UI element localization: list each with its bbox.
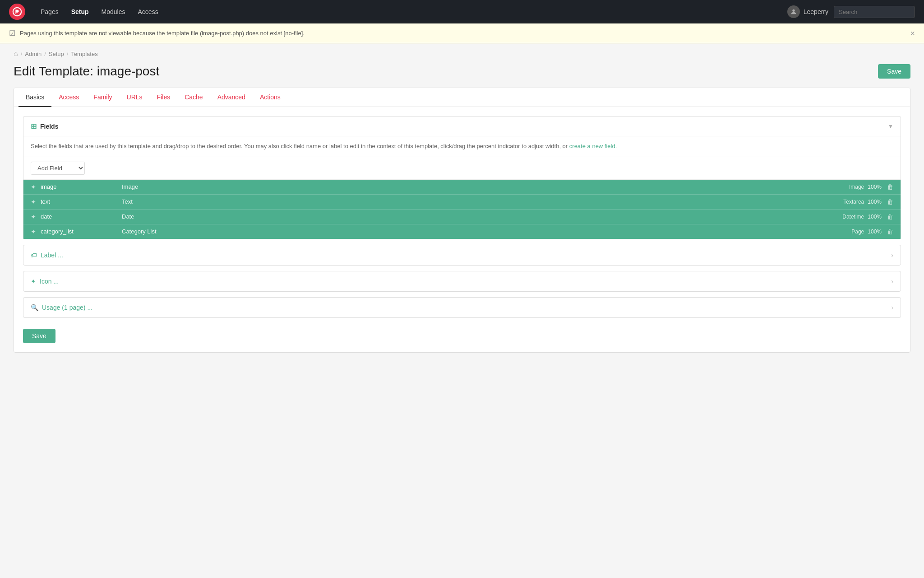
svg-point-1 [792,9,795,12]
field-delete-category-list[interactable]: 🗑 [887,228,893,235]
breadcrumb-setup[interactable]: Setup [49,51,64,57]
tabs-nav: Basics Access Family URLs Files Cache Ad… [14,88,910,107]
field-percent-date[interactable]: 100% [868,214,882,220]
page-title: Edit Template: image-post [14,64,159,79]
field-delete-image[interactable]: 🗑 [887,183,893,191]
warning-banner: ☑ Pages using this template are not view… [0,23,924,43]
breadcrumb-sep-3: / [67,51,69,57]
table-row: ✦ text Text Textarea 100% 🗑 [23,195,901,210]
usage-section: 🔍 Usage (1 page) ... › [23,297,901,318]
tabs-container: Basics Access Family URLs Files Cache Ad… [14,88,910,353]
page-header: Edit Template: image-post Save [14,64,910,79]
nav-pages[interactable]: Pages [36,5,63,18]
breadcrumb-sep-1: / [21,51,23,57]
main-content: Edit Template: image-post Save Basics Ac… [0,64,924,578]
topnav-links: Pages Setup Modules Access [36,5,163,18]
label-section-title: Label ... [41,252,63,259]
add-field-row: Add Field [23,157,901,180]
add-field-select[interactable]: Add Field [31,162,85,175]
breadcrumb-sep-2: / [44,51,46,57]
label-section-chevron: › [891,252,893,259]
topnav: Pages Setup Modules Access Leeperry [0,0,924,23]
field-delete-text[interactable]: 🗑 [887,198,893,205]
table-row: ✦ category_list Category List Page 100% … [23,224,901,239]
field-name-date[interactable]: date [41,213,122,220]
tab-urls[interactable]: URLs [120,88,150,107]
tab-cache[interactable]: Cache [177,88,210,107]
field-delete-date[interactable]: 🗑 [887,213,893,220]
label-section-header[interactable]: 🏷 Label ... › [23,245,901,265]
save-button-top[interactable]: Save [878,64,910,79]
topnav-right: Leeperry [787,5,915,18]
logo[interactable] [9,4,25,20]
field-name-text[interactable]: text [41,198,122,205]
tab-files[interactable]: Files [150,88,178,107]
icon-section-left: ✦ Icon ... [31,278,59,285]
warning-text: Pages using this template are not viewab… [20,30,305,37]
tab-family[interactable]: Family [86,88,119,107]
field-type-text: Textarea [843,199,864,205]
drag-handle-icon[interactable]: ✦ [31,213,36,220]
fields-description-text: Select the fields that are used by this … [31,143,568,149]
breadcrumb: ⌂ / Admin / Setup / Templates [0,43,924,64]
usage-section-icon: 🔍 [31,304,38,311]
avatar [787,5,800,18]
field-label-date[interactable]: Date [122,213,842,220]
field-type-category-list: Page [851,228,864,235]
fields-section-icon: ⊞ [31,122,37,131]
nav-access[interactable]: Access [134,5,163,18]
icon-section-chevron: › [891,278,893,285]
icon-section-icon: ✦ [31,278,36,285]
field-name-category-list[interactable]: category_list [41,228,122,235]
field-type-image: Image [849,184,864,190]
fields-section-chevron: ▼ [888,123,893,130]
field-percent-category-list[interactable]: 100% [868,228,882,235]
fields-section: ⊞ Fields ▼ Select the fields that are us… [23,116,901,239]
field-label-image[interactable]: Image [122,183,849,190]
user-menu[interactable]: Leeperry [787,5,828,18]
table-row: ✦ date Date Datetime 100% 🗑 [23,210,901,224]
username: Leeperry [804,8,828,15]
drag-handle-icon[interactable]: ✦ [31,183,36,191]
field-name-image[interactable]: image [41,183,122,190]
icon-section-header[interactable]: ✦ Icon ... › [23,271,901,291]
drag-handle-icon[interactable]: ✦ [31,198,36,205]
tab-advanced[interactable]: Advanced [210,88,253,107]
label-section-icon: 🏷 [31,252,37,259]
field-label-text[interactable]: Text [122,198,843,205]
label-section: 🏷 Label ... › [23,245,901,266]
fields-description: Select the fields that are used by this … [23,136,901,157]
nav-modules[interactable]: Modules [97,5,130,18]
field-percent-image[interactable]: 100% [868,184,882,190]
drag-handle-icon[interactable]: ✦ [31,228,36,235]
table-row: ✦ image Image Image 100% 🗑 [23,180,901,195]
breadcrumb-templates[interactable]: Templates [71,51,97,57]
breadcrumb-home-icon[interactable]: ⌂ [14,50,18,58]
usage-section-header[interactable]: 🔍 Usage (1 page) ... › [23,298,901,317]
field-type-date: Datetime [842,214,864,220]
icon-section-title: Icon ... [40,278,59,285]
warning-checkbox-icon: ☑ [9,29,15,37]
save-button-bottom[interactable]: Save [23,329,55,343]
label-section-left: 🏷 Label ... [31,252,63,259]
field-label-category-list[interactable]: Category List [122,228,851,235]
fields-section-title: Fields [40,123,58,130]
tab-access[interactable]: Access [51,88,86,107]
icon-section: ✦ Icon ... › [23,271,901,292]
usage-section-title: Usage (1 page) ... [42,304,92,311]
tab-basics[interactable]: Basics [18,88,51,107]
field-percent-text[interactable]: 100% [868,199,882,205]
search-input[interactable] [834,6,915,18]
fields-section-title-group: ⊞ Fields [31,122,58,131]
create-new-field-link[interactable]: create a new field. [569,143,617,149]
fields-section-header[interactable]: ⊞ Fields ▼ [23,117,901,136]
breadcrumb-admin[interactable]: Admin [25,51,42,57]
tab-content-basics: ⊞ Fields ▼ Select the fields that are us… [14,107,910,352]
tab-actions[interactable]: Actions [253,88,288,107]
usage-section-chevron: › [891,304,893,311]
warning-close-button[interactable]: × [910,29,915,37]
usage-section-left: 🔍 Usage (1 page) ... [31,304,92,311]
nav-setup[interactable]: Setup [67,5,93,18]
